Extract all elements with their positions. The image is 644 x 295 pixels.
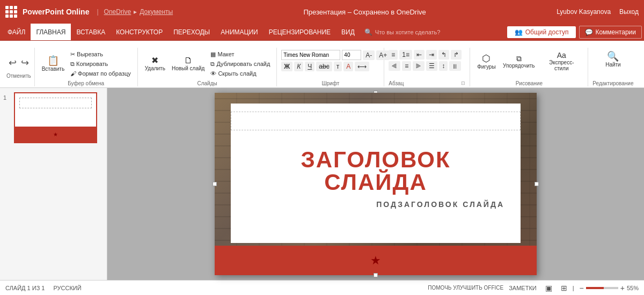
menu-animations[interactable]: АНИМАЦИИ: [215, 24, 263, 40]
view-controls: ▣ ⊞ |: [542, 283, 574, 293]
status-bar-right: ПОМОЧЬ УЛУЧШИТЬ OFFICE ЗАМЕТКИ ▣ ⊞ | − +…: [428, 283, 639, 293]
redo-button[interactable]: ↪: [20, 56, 30, 70]
breadcrumb-home[interactable]: OneDrive: [104, 8, 131, 16]
font-label: Шрифт: [321, 80, 339, 86]
format-painter-button[interactable]: 🖌 Формат по образцу: [68, 69, 133, 78]
menu-view[interactable]: ВИД: [336, 24, 360, 40]
font-color-button[interactable]: А: [343, 62, 353, 71]
char-spacing-button[interactable]: ⟷: [355, 62, 369, 71]
layout-button[interactable]: ▦ Макет: [208, 50, 272, 59]
improve-label[interactable]: ПОМОЧЬ УЛУЧШИТЬ OFFICE: [428, 285, 503, 291]
paste-button[interactable]: 📋 Вставить: [39, 54, 67, 73]
editing-label: Редактирование: [592, 80, 633, 86]
slide-title-placeholder: [231, 112, 521, 130]
slide-thumbnail[interactable]: ★: [14, 92, 97, 143]
justify[interactable]: ☰: [426, 61, 437, 71]
italic-button[interactable]: К: [294, 62, 303, 71]
strikethrough-button[interactable]: аbc: [316, 62, 332, 71]
slide-main-title[interactable]: ЗАГОЛОВОК СЛАЙДА: [247, 138, 504, 194]
arrange-icon: ⧉: [516, 55, 522, 62]
shadow-button[interactable]: т: [334, 62, 342, 71]
duplicate-button[interactable]: ⧉ Дублировать слайд: [208, 60, 272, 69]
undo-button[interactable]: ↩: [8, 56, 18, 70]
align-left[interactable]: ⫷: [389, 61, 400, 71]
new-slide-button[interactable]: 🗋 Новый слайд: [169, 55, 207, 73]
list-button[interactable]: ≡: [389, 50, 398, 60]
share-button[interactable]: 👥 Общий доступ: [507, 26, 576, 38]
hide-button[interactable]: 👁 Скрыть слайд: [208, 69, 272, 78]
breadcrumb: OneDrive ▸ Документы: [104, 8, 173, 16]
resize-handle-bottom[interactable]: [374, 273, 378, 277]
slide-subtitle[interactable]: ПОДЗАГОЛОВОК СЛАЙДА: [247, 200, 504, 209]
buffer-label: Буфер обмена: [68, 80, 104, 86]
slides-panel: 1 ★: [0, 88, 107, 280]
slide-info: СЛАЙД 1 ИЗ 1: [5, 285, 45, 291]
quick-styles-button[interactable]: Aa Экспресс-стили: [539, 50, 583, 73]
breadcrumb-folder[interactable]: Документы: [140, 8, 173, 16]
user-name[interactable]: Lyubov Kasyanova: [557, 8, 611, 16]
hide-icon: 👁: [210, 70, 216, 77]
logout-button[interactable]: Выход: [619, 8, 639, 16]
font-size-input[interactable]: [342, 50, 361, 60]
app-title: PowerPoint Online: [23, 8, 89, 16]
ltr-button[interactable]: ↱: [451, 50, 462, 60]
font-family-input[interactable]: [281, 50, 340, 60]
canvas-area: ЗАГОЛОВОК СЛАЙДА ПОДЗАГОЛОВОК СЛАЙДА ★: [107, 88, 644, 280]
cut-button[interactable]: ✂ Вырезать: [68, 50, 133, 59]
slide-content-area[interactable]: ЗАГОЛОВОК СЛАЙДА ПОДЗАГОЛОВОК СЛАЙДА: [231, 104, 521, 243]
menu-review[interactable]: РЕЦЕНЗИРОВАНИЕ: [264, 24, 336, 40]
zoom-out-button[interactable]: −: [580, 284, 584, 292]
slide-thumb-1[interactable]: 1 ★: [3, 92, 104, 143]
waffle-menu[interactable]: [5, 6, 17, 18]
resize-handle-right[interactable]: [535, 182, 539, 186]
zoom-slider[interactable]: [586, 287, 618, 289]
normal-view-button[interactable]: ▣: [542, 283, 555, 293]
ribbon: ↩ ↪ Отменить 📋 Вставить ✂ Вырезать ⧉ Коп…: [0, 41, 644, 88]
top-bar: PowerPoint Online | OneDrive ▸ Документы…: [0, 0, 644, 24]
new-slide-icon: 🗋: [184, 56, 193, 65]
slide-red-bar: ★: [215, 246, 537, 275]
menu-home[interactable]: ГЛАВНАЯ: [31, 24, 71, 40]
comments-button[interactable]: 💬 Комментарии: [579, 26, 642, 39]
indent-increase[interactable]: ⇥: [426, 50, 437, 60]
numbered-list-button[interactable]: 1≡: [399, 50, 412, 60]
slides-group: ✖ Удалить 🗋 Новый слайд ▦ Макет ⧉ Дублир…: [138, 48, 277, 86]
slide-sorter-button[interactable]: ⊞: [558, 283, 570, 293]
menu-insert[interactable]: ВСТАВКА: [71, 24, 111, 40]
copy-icon: ⧉: [70, 61, 75, 68]
clipboard-group: 📋 Вставить ✂ Вырезать ⧉ Копировать 🖌 Фор…: [35, 48, 138, 86]
drawing-label: Рисование: [516, 80, 543, 86]
find-button[interactable]: 🔍 Найти: [603, 50, 624, 69]
editing-group: 🔍 Найти Редактирование: [588, 48, 638, 86]
delete-button[interactable]: ✖ Удалить: [142, 55, 168, 73]
zoom-slider-fill: [586, 287, 604, 289]
menu-transitions[interactable]: ПЕРЕХОДЫ: [168, 24, 215, 40]
align-center[interactable]: ≡: [402, 61, 411, 71]
paragraph-expand[interactable]: ⊡: [461, 80, 465, 86]
menu-design[interactable]: КОНСТРУКТОР: [111, 24, 168, 40]
arrange-button[interactable]: ⧉ Упорядочить: [500, 53, 537, 70]
menu-file[interactable]: ФАЙЛ: [2, 24, 31, 40]
thumb-white-area: [15, 93, 96, 127]
status-bar: СЛАЙД 1 ИЗ 1 РУССКИЙ ПОМОЧЬ УЛУЧШИТЬ OFF…: [0, 280, 644, 295]
font-group: A- A+ Ж К Ч аbc т А ⟷ Шрифт: [277, 48, 384, 86]
slide-star-icon: ★: [370, 254, 381, 268]
resize-handle-left[interactable]: [213, 182, 217, 186]
line-spacing[interactable]: ↕: [439, 61, 448, 71]
align-right[interactable]: ⫸: [413, 61, 425, 71]
thumb-red-bar: ★: [15, 127, 96, 142]
bold-button[interactable]: Ж: [281, 62, 292, 71]
view-separator: |: [573, 285, 574, 291]
comments-icon: 💬: [585, 28, 593, 36]
indent-decrease[interactable]: ⇤: [414, 50, 425, 60]
notes-label[interactable]: ЗАМЕТКИ: [509, 285, 537, 291]
columns[interactable]: ⫼: [449, 61, 461, 71]
shapes-button[interactable]: ⬡ Фигуры: [474, 52, 498, 71]
undo-redo-group: ↩ ↪ Отменить: [3, 48, 35, 86]
rtl-button[interactable]: ↰: [438, 50, 449, 60]
zoom-in-button[interactable]: +: [620, 284, 625, 292]
underline-button[interactable]: Ч: [305, 62, 314, 71]
font-size-decrease[interactable]: A-: [363, 50, 375, 60]
slide-canvas[interactable]: ЗАГОЛОВОК СЛАЙДА ПОДЗАГОЛОВОК СЛАЙДА ★: [215, 93, 537, 275]
copy-button[interactable]: ⧉ Копировать: [68, 60, 133, 69]
